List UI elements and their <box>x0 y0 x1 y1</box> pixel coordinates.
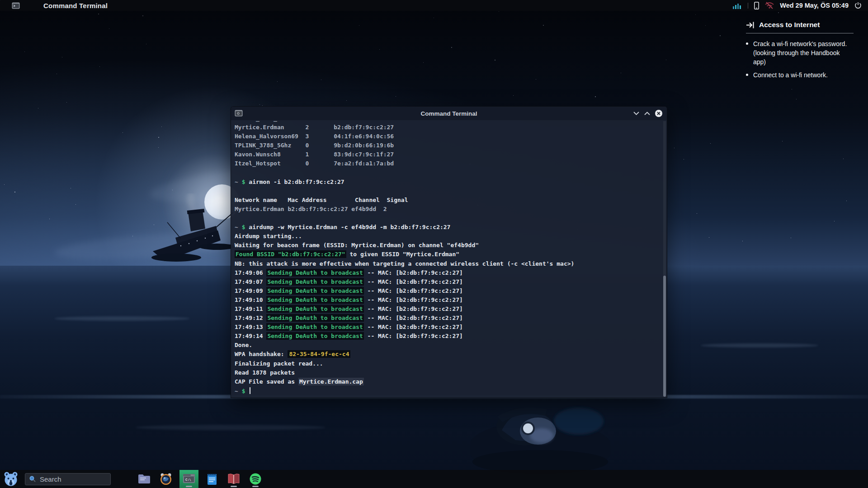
terminal-line <box>235 169 667 178</box>
running-indicator <box>252 486 259 487</box>
terminal-glyph-label: C:\ <box>185 478 191 482</box>
objective-item: Connect to a wi-fi network. <box>746 70 860 80</box>
objective-text: Crack a wi-fi network's password. (looki… <box>753 39 848 66</box>
terminal-line: CAP File saved as Myrtice.Erdman.cap <box>235 378 667 387</box>
wave-streak <box>136 425 326 430</box>
power-icon[interactable] <box>854 2 862 9</box>
running-indicator <box>231 486 237 487</box>
terminal-line <box>235 188 667 197</box>
notepad-icon <box>207 473 217 485</box>
bullet <box>746 74 748 76</box>
wave-streak <box>701 343 818 347</box>
terminal-line: TPLINK_3788_5Ghz 0 9b:d2:0b:66:19:6b <box>235 142 667 151</box>
book-icon <box>227 473 240 485</box>
taskbar: Search C:\ <box>0 470 868 488</box>
terminal-icon <box>235 110 243 117</box>
terminal-window: Command Terminal TPLINK_4248_5Ghz 0 5a:b… <box>231 106 667 398</box>
taskbar-app-terminal[interactable]: C:\ <box>179 470 198 488</box>
window-title: Command Terminal <box>231 110 667 117</box>
smartphone-icon[interactable] <box>754 2 759 9</box>
terminal-line: 17:49:14 Sending DeAuth to broadcast -- … <box>235 333 667 342</box>
taskbar-app-browser[interactable] <box>158 470 174 488</box>
terminal-line: Myrtice.Erdman 2 b2:db:f7:9c:c2:27 <box>235 124 667 133</box>
menubar: Command Terminal Wed 29 May, ÖS 05:49 <box>0 0 868 11</box>
wave-streak <box>54 316 190 321</box>
terminal-line: ~ $ airdump -w Myrtice.Erdman -c ef4b9dd… <box>235 224 667 233</box>
chevron-up-icon[interactable] <box>644 112 650 115</box>
terminal-line: ~ $ airmon -i b2:db:f7:9c:c2:27 <box>235 178 667 188</box>
bear-start-icon <box>3 471 19 487</box>
terminal-app-icon: C:\ <box>183 474 195 484</box>
swimmer <box>470 394 610 475</box>
close-icon[interactable] <box>655 110 662 117</box>
terminal-line: Done. <box>235 342 667 351</box>
terminal-lines: TPLINK_4248_5Ghz 0 5a:b1:fe:c7:52:13Myrt… <box>235 120 667 396</box>
browser-icon <box>160 473 172 485</box>
taskbar-apps: C:\ <box>136 470 264 488</box>
taskbar-app-handbook[interactable] <box>226 470 242 488</box>
terminal-line: Waiting for beacon frame (ESSID: Myrtice… <box>235 242 667 251</box>
terminal-line: ~ $ <box>235 387 667 396</box>
terminal-line: 17:49:07 Sending DeAuth to broadcast -- … <box>235 278 667 287</box>
terminal-line: Found BSSID "b2:db:f7:9c:c2:27" to given… <box>235 251 667 260</box>
terminal-titlebar[interactable]: Command Terminal <box>231 107 667 120</box>
login-arrow-icon <box>746 21 755 29</box>
taskbar-app-music-player[interactable] <box>247 470 264 488</box>
objective-title: Access to Internet <box>759 21 820 29</box>
start-button[interactable] <box>2 470 19 488</box>
terminal-content[interactable]: TPLINK_4248_5Ghz 0 5a:b1:fe:c7:52:13Myrt… <box>231 120 667 398</box>
terminal-line: Kavon.Wunsch8 1 83:9d:c7:9c:1f:27 <box>235 151 667 160</box>
search-input[interactable]: Search <box>25 473 111 485</box>
terminal-line: 17:49:10 Sending DeAuth to broadcast -- … <box>235 296 667 305</box>
objective-panel: Access to Internet Crack a wi-fi network… <box>746 21 860 84</box>
folder-icon <box>138 474 151 484</box>
terminal-line: Helena_Halvorson69 3 04:1f:e6:94:0c:56 <box>235 133 667 142</box>
scrollbar-track[interactable] <box>663 121 666 397</box>
terminal-line: Airdump starting... <box>235 233 667 242</box>
terminal-line: 17:49:09 Sending DeAuth to broadcast -- … <box>235 287 667 296</box>
terminal-line: Finalizing packet read... <box>235 360 667 369</box>
terminal-line: WPA handshake: 82-35-84-9f-ec-c4 <box>235 351 667 360</box>
terminal-line: Read 1878 packets <box>235 369 667 378</box>
wifi-off-icon[interactable] <box>765 2 774 9</box>
chevron-down-icon[interactable] <box>633 112 639 115</box>
terminal-line: Network name Mac Address Channel Signal <box>235 197 667 206</box>
objective-item: Crack a wi-fi network's password. (looki… <box>746 39 860 66</box>
divider <box>748 3 748 9</box>
terminal-line: 17:49:11 Sending DeAuth to broadcast -- … <box>235 305 667 314</box>
search-placeholder: Search <box>40 475 61 483</box>
terminal-line: Myrtice.Erdman b2:db:f7:9c:c2:27 ef4b9dd… <box>235 206 667 215</box>
music-player-icon <box>249 473 262 485</box>
clock: Wed 29 May, ÖS 05:49 <box>780 2 849 9</box>
terminal-line <box>235 215 667 224</box>
objective-text: Connect to a wi-fi network. <box>753 70 848 80</box>
terminal-line: 17:49:13 Sending DeAuth to broadcast -- … <box>235 324 667 333</box>
terminal-icon <box>12 2 20 9</box>
taskbar-app-file-explorer[interactable] <box>136 470 152 488</box>
scrollbar-thumb[interactable] <box>663 276 666 397</box>
terminal-line: NB: this attack is more effective when t… <box>235 260 667 269</box>
search-icon <box>29 476 36 482</box>
terminal-line: TPLINK_4248_5Ghz 0 5a:b1:fe:c7:52:13 <box>235 120 667 124</box>
terminal-line: Itzel_Hotspot 0 7e:a2:fd:a1:7a:bd <box>235 160 667 169</box>
divider <box>746 33 854 33</box>
terminal-line: 17:49:12 Sending DeAuth to broadcast -- … <box>235 314 667 324</box>
active-app-title: Command Terminal <box>43 2 108 9</box>
objective-list: Crack a wi-fi network's password. (looki… <box>746 39 860 80</box>
bullet <box>746 42 748 45</box>
taskbar-app-notepad[interactable] <box>204 470 220 488</box>
terminal-line: 17:49:06 Sending DeAuth to broadcast -- … <box>235 269 667 278</box>
running-indicator <box>186 486 192 487</box>
signal-bars-icon[interactable] <box>733 2 742 9</box>
